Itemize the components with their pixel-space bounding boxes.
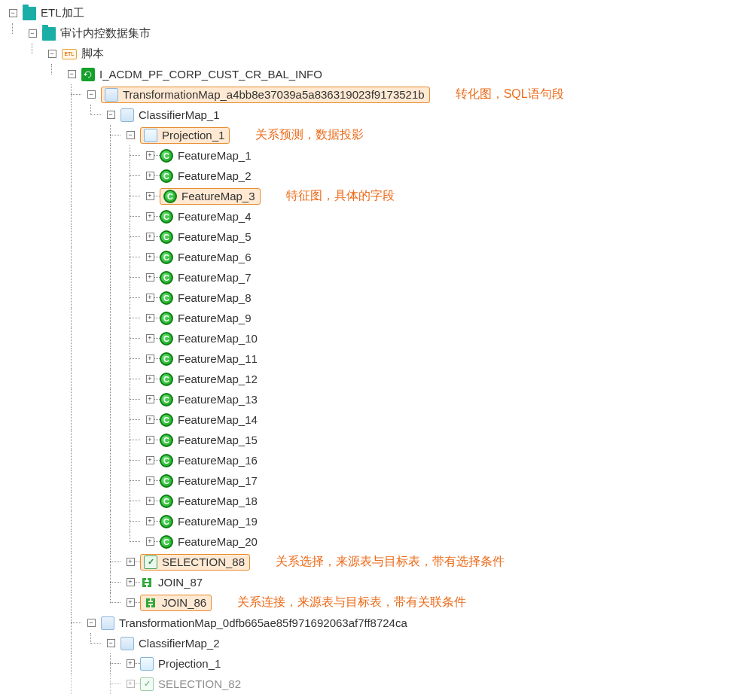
expander-icon[interactable]: [68, 70, 76, 78]
tree-node-feature[interactable]: CFeatureMap_18: [3, 491, 735, 511]
feature-icon: C: [160, 393, 173, 406]
tree-node-feature[interactable]: CFeatureMap_7: [3, 267, 735, 288]
expander-icon[interactable]: [146, 253, 154, 261]
expander-icon[interactable]: [146, 497, 154, 505]
feature-icon: C: [160, 251, 173, 264]
expander-icon[interactable]: [146, 273, 154, 282]
expander-icon[interactable]: [146, 476, 154, 485]
tree-node-feature[interactable]: CFeatureMap_12: [3, 369, 735, 389]
node-label: FeatureMap_8: [176, 291, 253, 304]
expander-icon[interactable]: [127, 659, 135, 668]
node-label: FeatureMap_15: [176, 434, 259, 446]
expander-icon[interactable]: [146, 212, 154, 221]
node-label: FeatureMap_11: [176, 352, 259, 365]
tree-node-root[interactable]: ETL加工: [3, 3, 735, 23]
expander-icon[interactable]: [146, 537, 154, 546]
feature-icon: C: [160, 271, 173, 285]
expander-icon[interactable]: [127, 558, 135, 566]
expander-icon[interactable]: [146, 151, 154, 160]
expander-icon[interactable]: [146, 233, 154, 241]
node-label: JOIN_87: [157, 576, 204, 589]
node-label: ETL加工: [39, 6, 86, 20]
tree-node-transformation-map[interactable]: TransformationMap_0dfb665ae85f971692063a…: [3, 613, 735, 633]
tree-node-selection[interactable]: SELECTION_82: [3, 674, 735, 694]
tree-node-projection[interactable]: Projection_1: [3, 653, 735, 674]
node-label: FeatureMap_16: [176, 454, 259, 467]
tree-node-join[interactable]: JOIN_87: [3, 572, 735, 592]
annotation-text: 特征图，具体的字段: [286, 188, 395, 204]
feature-icon: C: [160, 169, 173, 183]
tree-node-feature[interactable]: CFeatureMap_10: [3, 328, 735, 348]
tree-node-selection[interactable]: SELECTION_88 关系选择，来源表与目标表，带有选择条件: [3, 552, 735, 572]
feature-icon: C: [160, 210, 173, 224]
tree-node-feature[interactable]: CFeatureMap_17: [3, 470, 735, 491]
feature-icon: C: [160, 373, 173, 386]
expander-icon[interactable]: [48, 50, 56, 58]
tree-node-feature[interactable]: CFeatureMap_3特征图，具体的字段: [3, 186, 735, 206]
join-icon: [140, 576, 154, 589]
feature-icon: C: [160, 535, 173, 549]
tree-node-feature[interactable]: CFeatureMap_9: [3, 308, 735, 328]
folder-icon: [42, 27, 56, 41]
expander-icon[interactable]: [107, 111, 115, 119]
tree-node-feature[interactable]: CFeatureMap_5: [3, 227, 735, 247]
expander-icon[interactable]: [127, 680, 135, 688]
node-label: ClassifierMap_2: [137, 637, 221, 650]
tree-node-transformation-map[interactable]: TransformationMap_a4bb8e37039a5a83631902…: [3, 84, 735, 105]
node-label: FeatureMap_3: [180, 190, 257, 202]
expander-icon[interactable]: [146, 355, 154, 363]
tree-node-feature[interactable]: CFeatureMap_19: [3, 511, 735, 531]
expander-icon[interactable]: [146, 375, 154, 383]
tree-node-feature[interactable]: CFeatureMap_13: [3, 389, 735, 409]
node-label: FeatureMap_6: [176, 251, 253, 263]
node-label: 审计内控数据集市: [59, 26, 152, 41]
expander-icon[interactable]: [127, 578, 135, 586]
expander-icon[interactable]: [146, 192, 154, 200]
node-label: SELECTION_88: [160, 555, 246, 568]
expander-icon[interactable]: [127, 131, 135, 139]
tree-node[interactable]: ClassifierMap_2: [3, 633, 735, 653]
expander-icon[interactable]: [107, 639, 115, 647]
tree-node-projection[interactable]: Projection_1 关系预测，数据投影: [3, 125, 735, 145]
folder-icon: [23, 7, 36, 20]
expander-icon[interactable]: [29, 29, 37, 38]
tree-node-feature[interactable]: CFeatureMap_8: [3, 288, 735, 308]
node-label: FeatureMap_1: [176, 149, 253, 162]
tree-node-feature[interactable]: CFeatureMap_2: [3, 166, 735, 186]
expander-icon[interactable]: [146, 314, 154, 322]
expander-icon[interactable]: [146, 436, 154, 444]
tree-node-feature[interactable]: CFeatureMap_4: [3, 206, 735, 227]
expander-icon[interactable]: [146, 415, 154, 424]
tree-node-feature[interactable]: CFeatureMap_14: [3, 409, 735, 430]
node-label: FeatureMap_18: [176, 495, 259, 507]
tree-node-feature[interactable]: CFeatureMap_1: [3, 145, 735, 166]
tree-node[interactable]: I_ACDM_PF_CORP_CUST_CR_BAL_INFO: [3, 64, 735, 84]
node-label: JOIN_86: [160, 596, 208, 609]
node-label: Projection_1: [160, 129, 226, 142]
tree-node-feature[interactable]: CFeatureMap_20: [3, 531, 735, 552]
tree-view: ETL加工 审计内控数据集市 ETL 脚本 I_ACDM_PF_CORP_CUS…: [3, 3, 735, 694]
tree-node-join[interactable]: JOIN_86 关系连接，来源表与目标表，带有关联条件: [3, 592, 735, 613]
expander-icon[interactable]: [146, 334, 154, 342]
expander-icon[interactable]: [146, 517, 154, 525]
node-label: FeatureMap_2: [176, 169, 253, 182]
tree-node-feature[interactable]: CFeatureMap_16: [3, 450, 735, 470]
feature-icon: C: [160, 434, 173, 447]
tree-node[interactable]: 审计内控数据集市: [3, 23, 735, 44]
expander-icon[interactable]: [146, 395, 154, 403]
tree-node-feature[interactable]: CFeatureMap_15: [3, 430, 735, 450]
tree-node[interactable]: ETL 脚本: [3, 44, 735, 64]
tree-node[interactable]: ClassifierMap_1: [3, 105, 735, 125]
expander-icon[interactable]: [127, 598, 135, 607]
feature-icon: C: [160, 352, 173, 366]
expander-icon[interactable]: [146, 294, 154, 302]
expander-icon[interactable]: [146, 456, 154, 464]
expander-icon[interactable]: [9, 9, 17, 17]
annotation-text: 关系预测，数据投影: [255, 127, 364, 143]
map-icon: [120, 108, 134, 122]
tree-node-feature[interactable]: CFeatureMap_11: [3, 348, 735, 369]
expander-icon[interactable]: [146, 172, 154, 180]
expander-icon[interactable]: [87, 619, 96, 627]
tree-node-feature[interactable]: CFeatureMap_6: [3, 247, 735, 267]
expander-icon[interactable]: [87, 90, 96, 99]
